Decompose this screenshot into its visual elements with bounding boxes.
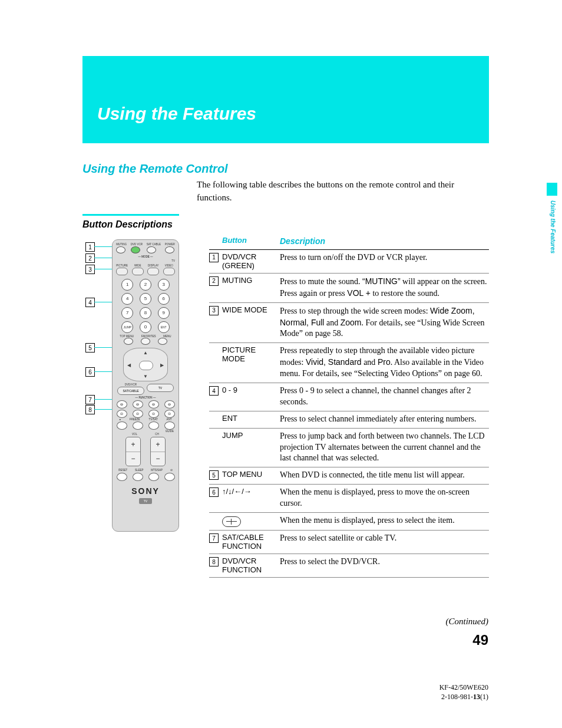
side-tab-marker [547, 183, 557, 196]
button-table: Button Description 1DVD/VCR (GREEN)Press… [209, 236, 489, 578]
table-row: 2MUTINGPress to mute the sound. “MUTING”… [209, 274, 489, 303]
lbl-tvsat: TV/SAT [148, 419, 157, 421]
table-row: 40 - 9Press 0 - 9 to select a channel, t… [209, 383, 489, 411]
lbl-tv: TV [171, 260, 175, 263]
brand-sony: SONY [113, 486, 178, 496]
row-description: Press to select channel immediately afte… [280, 414, 489, 425]
numpad-0: 0 [140, 321, 151, 333]
row-description: Press repeatedly to step through the ava… [280, 345, 489, 380]
callout-7: 7 [85, 395, 95, 404]
dpad: ▲▼ ◀▶ [123, 348, 168, 381]
row-number: 8 [209, 557, 219, 566]
lbl-satcable: SAT CABLE [147, 243, 161, 246]
lbl-reset: RESET [118, 469, 127, 472]
row-description: When the menu is displayed, press to mov… [280, 487, 489, 509]
lbl-fav: FAVORITES [141, 335, 156, 338]
lbl-ch: CH [155, 433, 159, 436]
side-tab-text: Using the Features [550, 200, 556, 253]
footer-part: 2-108-981-13(1) [439, 693, 488, 702]
lbl-freeze: FREEZE [130, 419, 140, 421]
row-button-name [222, 515, 280, 527]
row-number: 1 [209, 253, 219, 262]
pill-satcable: SAT/CABLE [117, 387, 144, 395]
lbl-video: VIDEO [163, 265, 175, 268]
numpad-1: 1 [121, 279, 133, 291]
row-description: Press to mute the sound. “MUTING” will a… [280, 276, 489, 299]
numpad-2: 2 [140, 279, 151, 291]
row-description: When DVD is connected, the title menu li… [280, 470, 489, 481]
chapter-title: Using the Features [97, 104, 256, 124]
lbl-power: POWER [165, 243, 175, 246]
chapter-header: Using the Features [82, 56, 489, 143]
lbl-muting: MUTING [116, 243, 127, 246]
callout-5: 5 [85, 343, 95, 353]
row-description: When the menu is displayed, press to sel… [280, 515, 489, 526]
row-button-name: DVD/VCR FUNCTION [222, 556, 280, 574]
table-row: 5TOP MENUWhen DVD is connected, the titl… [209, 467, 489, 485]
row-description: Press to select the DVD/VCR. [280, 556, 489, 568]
continued-label: (Continued) [446, 617, 489, 627]
tv-tag: TV [139, 498, 152, 504]
row-button-name: DVD/VCR (GREEN) [222, 252, 280, 270]
lbl-display: DISPLAY [147, 265, 159, 268]
page-number: 49 [472, 632, 488, 648]
row-button-name: TOP MENU [222, 470, 280, 479]
remote-illustration: MUTING DVD VCR SAT CABLE POWER — MODE — … [112, 239, 179, 532]
callout-2: 2 [85, 253, 95, 263]
callout-8: 8 [85, 405, 95, 414]
row-number: 4 [209, 386, 219, 396]
lbl-wide: WIDE [132, 265, 144, 268]
intro-text: The following table describes the button… [197, 179, 488, 205]
row-button-name: PICTURE MODE [222, 345, 280, 363]
table-row: 3WIDE MODEPress to step through the wide… [209, 303, 489, 344]
numpad-7: 7 [121, 307, 133, 319]
btn-ent: ENT [158, 321, 170, 333]
lbl-sleep: SLEEP [135, 469, 144, 472]
row-button-name: ENT [222, 414, 280, 423]
numpad-5: 5 [140, 293, 151, 305]
lbl-dvdvcr2: DVD/VCR [125, 384, 137, 387]
row-button-name: WIDE MODE [222, 305, 280, 314]
lbl-mode: MODE [141, 255, 150, 258]
table-row: 1DVD/VCR (GREEN)Press to turn on/off the… [209, 250, 489, 274]
row-button-name: 0 - 9 [222, 386, 280, 394]
subhead: Button Descriptions [82, 219, 173, 230]
table-row: JUMPPress to jump back and forth between… [209, 429, 489, 468]
th-button: Button [222, 236, 280, 247]
table-row: 7SAT/CABLE FUNCTIONPress to select satel… [209, 531, 489, 554]
row-number: 2 [209, 276, 219, 286]
lbl-mtssap: MTS/SAP [151, 469, 163, 472]
row-number: 6 [209, 487, 219, 497]
numpad-9: 9 [158, 307, 170, 319]
lbl-menu: MENU [163, 335, 171, 338]
numpad-4: 4 [121, 293, 133, 305]
row-button-name: ↑/↓/←/→ [222, 487, 280, 496]
lbl-ant: ANT [167, 419, 172, 421]
row-description: Press to turn on/off the DVD or VCR play… [280, 252, 489, 263]
table-row: When the menu is displayed, press to sel… [209, 513, 489, 531]
row-number: 7 [209, 533, 219, 543]
row-number: 5 [209, 470, 219, 480]
callout-3: 3 [85, 265, 95, 274]
lbl-function: FUNCTION [138, 396, 152, 399]
row-button-name: SAT/CABLE FUNCTION [222, 533, 280, 551]
row-description: Press to jump back and forth between two… [280, 431, 489, 465]
footer: KF-42/50WE620 2-108-981-13(1) [439, 683, 488, 701]
pill-tv: TV [147, 384, 174, 392]
row-description: Press to select satellite or cable TV. [280, 533, 489, 544]
row-button-name: MUTING [222, 276, 280, 285]
th-desc: Description [280, 236, 489, 247]
callout-1: 1 [85, 242, 95, 252]
row-number: 3 [209, 306, 219, 315]
numpad-6: 6 [158, 293, 170, 305]
row-description: Press 0 - 9 to select a channel, the cha… [280, 386, 489, 408]
lbl-dvdvcr: DVD VCR [131, 243, 143, 246]
row-description: Press to step through the wide screen mo… [280, 305, 489, 340]
callout-6: 6 [85, 367, 95, 377]
btn-jump: JUMP [121, 321, 133, 333]
row-button-name: JUMP [222, 431, 280, 440]
rocker-vol: +− [125, 437, 141, 466]
rocker-ch: +− [150, 437, 166, 466]
select-button-icon [222, 516, 241, 527]
section-title: Using the Remote Control [82, 162, 228, 176]
